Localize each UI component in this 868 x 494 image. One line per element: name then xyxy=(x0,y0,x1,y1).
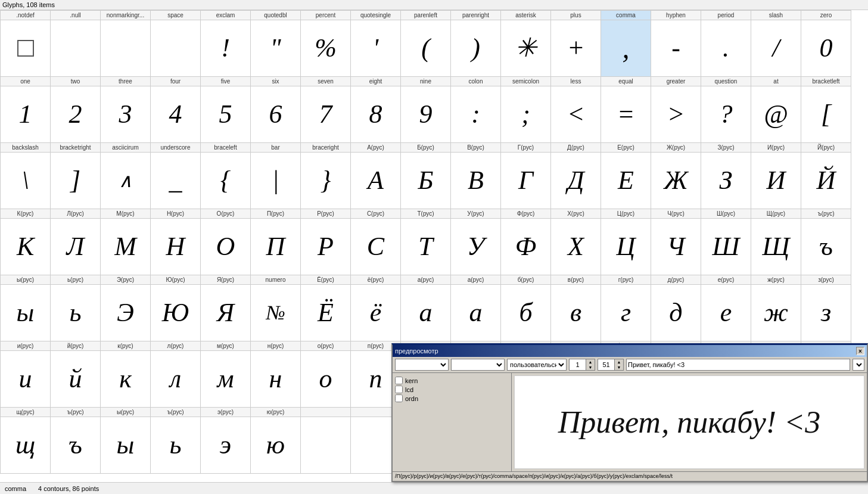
kern-checkbox[interactable] xyxy=(395,377,403,384)
col-h-three[interactable]: three xyxy=(101,77,151,86)
col-h-colon[interactable]: colon xyxy=(451,77,501,86)
col-h-U-rus[interactable]: У(рус) xyxy=(451,209,501,219)
col-header-parenright[interactable]: parenright xyxy=(451,11,501,20)
glyph-hb-rus[interactable]: ъ xyxy=(801,219,851,275)
glyph-row-5[interactable]: ы ь Э Ю Я № Ё ё а а б в г д е ж з xyxy=(1,285,851,341)
col-h-Ij-rus[interactable]: Й(рус) xyxy=(801,143,851,153)
glyph-row-4[interactable]: К Л М Н О П Р С Т У Ф Х Ц Ч Ш Щ ъ xyxy=(1,219,851,275)
glyph-Yo-rus[interactable]: Ё xyxy=(301,285,351,341)
col-h-Ya-rus[interactable]: Я(рус) xyxy=(201,275,251,285)
glyph-yi-rus[interactable]: ы xyxy=(1,285,51,341)
col-h-hard-rus[interactable]: ъ(рус) xyxy=(51,408,101,417)
col-h-zh-rus[interactable]: ж(рус) xyxy=(751,275,801,285)
glyph-o-rus[interactable]: о xyxy=(301,351,351,408)
col-h-g-rus[interactable]: г(рус) xyxy=(601,275,651,285)
glyph-E-small-rus[interactable]: Э xyxy=(101,285,151,341)
glyph-numero[interactable]: № xyxy=(251,285,301,341)
glyph-one[interactable]: 1 xyxy=(1,86,51,143)
glyph-S-rus[interactable]: С xyxy=(351,219,401,275)
glyph-Ts-rus[interactable]: Ц xyxy=(601,219,651,275)
col-h-Ts-rus[interactable]: Ц(рус) xyxy=(601,209,651,219)
glyph-b-rus[interactable]: б xyxy=(501,285,551,341)
preview-dropdown[interactable]: ▼ xyxy=(853,359,864,371)
col-h-bracketright[interactable]: bracketright xyxy=(51,143,101,153)
preview-text-field[interactable] xyxy=(626,359,850,371)
glyph-L-rus[interactable]: Л xyxy=(51,219,101,275)
lcd-checkbox[interactable] xyxy=(395,386,403,393)
col-h-v-rus[interactable]: в(рус) xyxy=(551,275,601,285)
glyph-v-rus[interactable]: в xyxy=(551,285,601,341)
glyph-m-rus[interactable]: м xyxy=(201,351,251,408)
glyph-U-rus[interactable]: У xyxy=(451,219,501,275)
col-h-n-rus[interactable]: н(рус) xyxy=(251,341,301,351)
glyph-k-rus[interactable]: к xyxy=(101,351,151,408)
col-h-Z-rus[interactable]: З(рус) xyxy=(701,143,751,153)
col-h-T-rus[interactable]: Т(рус) xyxy=(401,209,451,219)
glyph-l-rus[interactable]: л xyxy=(151,351,201,408)
glyph-N-rus[interactable]: Н xyxy=(151,219,201,275)
col-h-A-rus[interactable]: А(рус) xyxy=(351,143,401,153)
glyph-three[interactable]: 3 xyxy=(101,86,151,143)
col-h-M-rus[interactable]: М(рус) xyxy=(101,209,151,219)
col-h-S-rus[interactable]: С(рус) xyxy=(351,209,401,219)
col-h-O-rus[interactable]: О(рус) xyxy=(201,209,251,219)
preview-size-input[interactable] xyxy=(569,359,586,371)
glyph-Yu-rus[interactable]: Ю xyxy=(151,285,201,341)
col-header-plus[interactable]: plus xyxy=(551,11,601,20)
glyph-comma[interactable]: , xyxy=(601,20,651,77)
glyph-Shch-rus[interactable]: Щ xyxy=(751,219,801,275)
glyph-six[interactable]: 6 xyxy=(251,86,301,143)
col-h-at[interactable]: at xyxy=(751,77,801,86)
col-h-seven[interactable]: seven xyxy=(301,77,351,86)
col-header-comma[interactable]: comma xyxy=(601,11,651,20)
glyph-Z-rus[interactable]: З xyxy=(701,153,751,209)
preview-max-down[interactable]: ▼ xyxy=(615,365,623,370)
glyph-parenleft[interactable]: ( xyxy=(401,20,451,77)
col-h-b-rus[interactable]: б(рус) xyxy=(501,275,551,285)
col-h-yi-small-rus[interactable]: ы(рус) xyxy=(101,408,151,417)
glyph-D-rus[interactable]: Д xyxy=(551,153,601,209)
glyph-equal[interactable]: = xyxy=(601,86,651,143)
col-h-L-rus[interactable]: Л(рус) xyxy=(51,209,101,219)
glyph-zero[interactable]: 0 xyxy=(801,20,851,77)
glyph-eight[interactable]: 8 xyxy=(351,86,401,143)
glyph-I-rus[interactable]: И xyxy=(751,153,801,209)
col-header-slash[interactable]: slash xyxy=(751,11,801,20)
col-h-yo-rus[interactable]: ё(рус) xyxy=(351,275,401,285)
glyph-A-rus[interactable]: А xyxy=(351,153,401,209)
col-header-null[interactable]: .null xyxy=(51,11,101,20)
col-h-e-small-rus[interactable]: э(рус) xyxy=(201,408,251,417)
col-h-F-rus[interactable]: Ф(рус) xyxy=(501,209,551,219)
glyph-T-rus[interactable]: Т xyxy=(401,219,451,275)
glyph-a-rus-2[interactable]: а xyxy=(451,285,501,341)
col-h-bar[interactable]: bar xyxy=(251,143,301,153)
col-header-hyphen[interactable]: hyphen xyxy=(651,11,701,20)
preview-size-up[interactable]: ▲ xyxy=(586,359,595,365)
col-h-Sh-rus[interactable]: Ш(рус) xyxy=(701,209,751,219)
glyph-Sh-rus[interactable]: Ш xyxy=(701,219,751,275)
glyph-less[interactable]: < xyxy=(551,86,601,143)
glyph-E-rus[interactable]: Е xyxy=(601,153,651,209)
preview-max-up[interactable]: ▲ xyxy=(615,359,623,365)
preview-mode-select[interactable]: пользовательск xyxy=(507,359,567,371)
glyph-space[interactable] xyxy=(151,20,201,77)
col-header-space[interactable]: space xyxy=(151,11,201,20)
glyph-hyphen[interactable]: - xyxy=(651,20,701,77)
col-h-z-rus[interactable]: з(рус) xyxy=(801,275,851,285)
glyph-e-rus[interactable]: е xyxy=(701,285,751,341)
glyph-nonmarking[interactable] xyxy=(101,20,151,77)
col-header-percent[interactable]: percent xyxy=(301,11,351,20)
glyph-O-rus[interactable]: О xyxy=(201,219,251,275)
glyph-shch-rus[interactable]: щ xyxy=(1,417,51,474)
glyph-nine[interactable]: 9 xyxy=(401,86,451,143)
glyph-quotedbl[interactable]: " xyxy=(251,20,301,77)
glyph-soft-rus[interactable]: ь xyxy=(51,285,101,341)
col-h-G-rus[interactable]: Г(рус) xyxy=(501,143,551,153)
glyph-Zh-rus[interactable]: Ж xyxy=(651,153,701,209)
glyph-five[interactable]: 5 xyxy=(201,86,251,143)
glyph-R-rus[interactable]: Р xyxy=(301,219,351,275)
col-h-less[interactable]: less xyxy=(551,77,601,86)
glyph-asterisk[interactable]: ✳ xyxy=(501,20,551,77)
glyph-seven[interactable]: 7 xyxy=(301,86,351,143)
glyph-semicolon[interactable]: ; xyxy=(501,86,551,143)
